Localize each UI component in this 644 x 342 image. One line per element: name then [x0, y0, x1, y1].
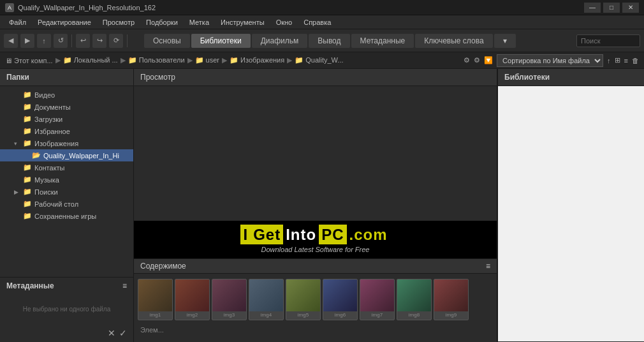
watermark-dot-com: .com — [347, 225, 390, 244]
tab-more-dropdown[interactable]: ▾ — [494, 34, 516, 48]
menu-view[interactable]: Просмотр — [98, 17, 140, 27]
rotate-right-button[interactable]: ↪ — [92, 34, 106, 48]
tab-metadata[interactable]: Метаданные — [351, 34, 414, 48]
sidebar-metadata: Метаданные ≡ Не выбрано ни одного файла … — [0, 277, 133, 342]
tab-keywords[interactable]: Ключевые слова — [415, 34, 492, 48]
menubar: Файл Редактирование Просмотр Подборки Ме… — [0, 15, 644, 29]
tree-item-label: Избранное — [34, 128, 70, 135]
sidebar-item-saved-games[interactable]: 📁 Сохраненные игры — [0, 210, 133, 222]
sidebar-metadata-header: Метаданные ≡ — [6, 281, 127, 290]
rotate-left-button[interactable]: ↩ — [76, 34, 90, 48]
sidebar-item-contacts[interactable]: 📁 Контакты — [0, 161, 133, 174]
tab-libraries[interactable]: Библиотеки — [191, 34, 251, 48]
folder-icon: 📁 — [23, 200, 32, 208]
minimize-button[interactable]: — — [584, 3, 601, 13]
tree-item-label: Контакты — [34, 164, 65, 172]
watermark-pc: PC — [319, 225, 346, 244]
window-title: Qualify_Wallpaper_In_High_Resolution_162 — [18, 4, 156, 11]
nav-refresh-button[interactable]: ↺ — [54, 34, 68, 48]
thumbnail-item[interactable]: img6 — [323, 279, 358, 320]
sidebar: Папки 📁 Видео 📁 Документы 📁 Загрузки 📁 — [0, 69, 134, 342]
tree-item-label: Видео — [34, 91, 55, 99]
watermark-subtitle: Download Latest Software for Free — [142, 246, 489, 253]
menu-help[interactable]: Справка — [298, 17, 336, 27]
sidebar-item-favorites[interactable]: 📁 Избранное — [0, 125, 133, 137]
main-area: Папки 📁 Видео 📁 Документы 📁 Загрузки 📁 — [0, 69, 644, 342]
folder-icon: 📁 — [23, 163, 32, 172]
sidebar-item-quality[interactable]: 📂 Quality_Walpaper_In_Hi — [0, 149, 133, 161]
maximize-button[interactable]: □ — [603, 3, 620, 13]
expand-icon: ▶ — [14, 189, 20, 195]
reload-button[interactable]: ⟳ — [109, 34, 123, 48]
watermark-into: Into — [283, 225, 319, 244]
content-footer: Элем... — [134, 325, 497, 335]
metadata-menu-icon[interactable]: ≡ — [122, 281, 127, 290]
menu-file[interactable]: Файл — [4, 17, 31, 27]
breadcrumb-quality[interactable]: 📁 Quality_W... — [295, 56, 343, 64]
filter2-icon: ⚙ — [474, 56, 480, 64]
thumbnail-item[interactable]: img5 — [286, 279, 321, 320]
sidebar-item-music[interactable]: 📁 Музыка — [0, 174, 133, 186]
breadcrumb-user[interactable]: 📁 user — [195, 56, 219, 64]
menu-tools[interactable]: Инструменты — [216, 17, 270, 27]
expand-icon: ▾ — [14, 140, 20, 147]
view-icon3: 🗑 — [632, 57, 639, 64]
titlebar: A Qualify_Wallpaper_In_High_Resolution_1… — [0, 0, 644, 15]
menu-window[interactable]: Окно — [271, 17, 298, 27]
thumbnails-strip: img1 img2 img3 img4 img5 — [134, 274, 497, 325]
sort-select[interactable]: Сортировка по Имя файла Сортировка по Да… — [497, 54, 603, 67]
tab-slideshow[interactable]: Диафильм — [252, 34, 308, 48]
thumbnail-item[interactable]: img2 — [175, 279, 210, 320]
content-menu-icon[interactable]: ≡ — [486, 262, 490, 271]
nav-back-button[interactable]: ◀ — [4, 34, 18, 48]
tree-item-label: Музыка — [34, 176, 59, 184]
titlebar-controls: — □ ✕ — [584, 3, 639, 13]
right-panel-label: Библиотеки — [504, 73, 550, 82]
thumbnail-item[interactable]: img4 — [249, 279, 284, 320]
content-header: Содержимое ≡ — [134, 259, 497, 274]
sidebar-item-video[interactable]: 📁 Видео — [0, 89, 133, 101]
menu-collections[interactable]: Подборки — [141, 17, 183, 27]
nav-forward-button[interactable]: ▶ — [20, 34, 34, 48]
tab-basics[interactable]: Основы — [144, 34, 190, 48]
search-input[interactable] — [576, 34, 640, 47]
right-panel-header: Библиотеки — [498, 69, 644, 86]
menu-label[interactable]: Метка — [184, 17, 214, 27]
toolbar-right — [576, 34, 640, 47]
metadata-confirm-button[interactable]: ✓ — [119, 328, 127, 338]
thumbnail-item[interactable]: img9 — [434, 279, 469, 320]
filter3-icon: 🔽 — [484, 56, 493, 64]
preview-header: Просмотр — [134, 69, 497, 86]
metadata-cancel-button[interactable]: ✕ — [108, 328, 115, 338]
sidebar-item-docs[interactable]: 📁 Документы — [0, 101, 133, 113]
preview-area: Просмотр IGetIntoPC.com Download Latest … — [134, 69, 497, 259]
breadcrumb-local[interactable]: 📁 Локальный ... — [63, 56, 118, 64]
close-button[interactable]: ✕ — [622, 3, 639, 13]
toolbar-separator-2 — [127, 34, 128, 47]
right-panel-content — [498, 86, 644, 341]
sidebar-item-search[interactable]: ▶ 📁 Поиски — [0, 186, 133, 198]
metadata-empty-message: Не выбрано ни одного файла — [6, 293, 127, 325]
thumbnail-item[interactable]: img1 — [138, 279, 173, 320]
menu-edit[interactable]: Редактирование — [33, 17, 96, 27]
content-area: Содержимое ≡ img1 img2 img3 img — [134, 259, 497, 342]
tab-output[interactable]: Вывод — [309, 34, 349, 48]
sidebar-item-desktop[interactable]: 📁 Рабочий стол — [0, 198, 133, 210]
app-icon: A — [5, 3, 14, 12]
folder-icon: 📁 — [23, 127, 32, 135]
breadcrumb-users[interactable]: 📁 Пользователи — [128, 56, 185, 64]
breadcrumb-images[interactable]: 📁 Изображения — [230, 56, 284, 64]
folder-icon: 📁 — [23, 139, 32, 147]
folder-open-icon: 📂 — [32, 151, 41, 160]
sidebar-item-images[interactable]: ▾ 📁 Изображения — [0, 137, 133, 149]
content-footer-label: Элем... — [140, 326, 164, 334]
nav-up-button[interactable]: ↑ — [37, 34, 51, 48]
thumbnail-item[interactable]: img7 — [360, 279, 395, 320]
thumbnail-item[interactable]: img8 — [397, 279, 432, 320]
breadcrumb-computer[interactable]: 🖥 Этот комп... — [5, 57, 53, 64]
thumbnail-item[interactable]: img3 — [212, 279, 247, 320]
center-panel: Просмотр IGetIntoPC.com Download Latest … — [134, 69, 497, 342]
sidebar-item-downloads[interactable]: 📁 Загрузки — [0, 113, 133, 125]
tree-item-label: Рабочий стол — [34, 200, 78, 208]
folder-icon: 📁 — [23, 175, 32, 184]
